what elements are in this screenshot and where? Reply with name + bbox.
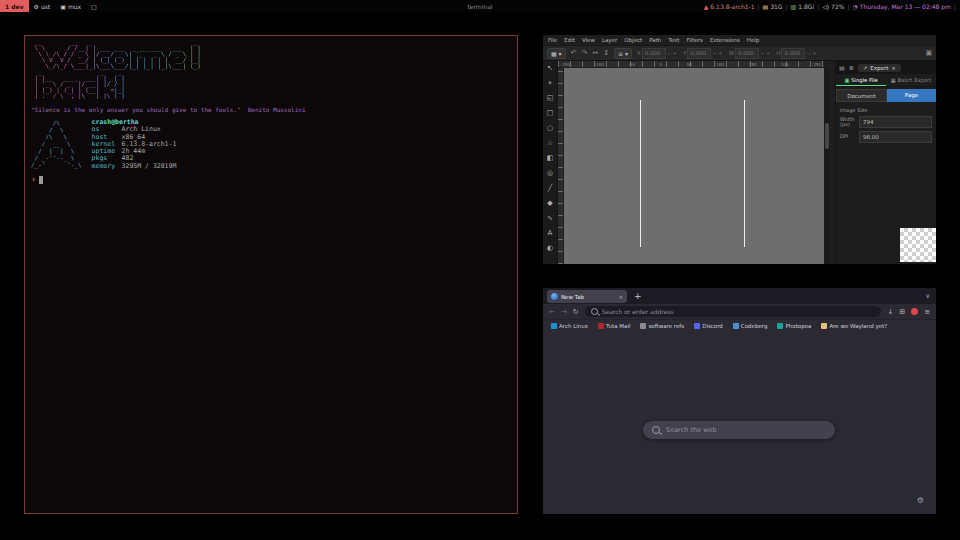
web-search-input[interactable] — [666, 426, 826, 434]
coordinate-field[interactable]: X 0.000 −+ — [637, 48, 678, 59]
dialog-icon-a[interactable]: ▤ — [839, 64, 845, 71]
horizontal-ruler[interactable]: -150-100-50050100150200250 — [558, 61, 824, 68]
menu-item[interactable]: Help — [747, 37, 760, 43]
shell-prompt[interactable]: › — [31, 175, 43, 184]
ruler-tick: -50 — [628, 61, 635, 68]
new-tab-button[interactable]: + — [634, 290, 642, 302]
forward-button[interactable]: → — [561, 308, 567, 316]
tool-button[interactable]: ↖ — [544, 63, 557, 74]
rotate-cw-icon[interactable]: ↷ — [581, 49, 587, 57]
reload-button[interactable]: ↻ — [573, 308, 579, 316]
drawing-canvas[interactable] — [564, 68, 824, 264]
list-all-tabs-chevron-icon[interactable]: ∨ — [926, 292, 930, 299]
menu-item[interactable]: Extensions — [710, 37, 740, 43]
close-icon[interactable]: × — [891, 65, 896, 71]
dpi-field-row: DPI 96.00 — [840, 131, 932, 143]
coordinate-field[interactable]: H 0.000 −+ — [776, 48, 817, 59]
flip-vertical-icon[interactable]: ↕ — [603, 49, 609, 57]
bookmark-item[interactable]: Codeberg — [733, 323, 768, 329]
rotate-ccw-icon[interactable]: ↶ — [571, 49, 577, 57]
tool-button[interactable]: ☆ — [544, 138, 557, 149]
document-button[interactable]: Document — [836, 89, 887, 102]
web-search-box[interactable] — [643, 421, 835, 439]
volume-segment[interactable]: ◁) 72% — [822, 3, 844, 10]
tool-button[interactable]: ○ — [544, 123, 557, 134]
memory-segment: ▥ 1.8Gi — [791, 3, 815, 10]
url-bar[interactable] — [585, 306, 882, 317]
align-dropdown[interactable]: ≡ ▾ — [614, 48, 632, 59]
ruler-tick: 250 — [813, 61, 821, 68]
menu-button[interactable]: ≡ — [924, 308, 930, 316]
tool-button[interactable]: ◱ — [544, 93, 557, 104]
tab-bar: New Tab × + ∨ — [543, 288, 936, 304]
dialog-icon-b[interactable]: ≣ — [849, 64, 854, 71]
bookmark-item[interactable]: Arch Linux — [551, 323, 588, 329]
menu-item[interactable]: Filters — [686, 37, 703, 43]
new-tab-page: ⚙ — [543, 331, 936, 514]
menu-item[interactable]: Text — [668, 37, 679, 43]
tool-options-bar: ▦ ▾ ↶ ↷ ↔ ↕ ≡ ▾ X 0.000 −+ Y 0.000 — [543, 45, 936, 61]
menu-item[interactable]: View — [582, 37, 595, 43]
downloads-button[interactable]: ↓ — [887, 308, 893, 316]
bookmark-item[interactable]: Are we Wayland yet? — [821, 323, 887, 329]
tool-button[interactable]: ⌖ — [544, 78, 557, 89]
ruler-tick: -100 — [595, 61, 604, 68]
tool-button[interactable]: ◎ — [544, 168, 557, 179]
fortune-quote: "Silence is the only answer you should g… — [31, 106, 306, 113]
tool-button[interactable]: ◐ — [544, 243, 557, 254]
width-label: Width (px) — [840, 117, 856, 128]
width-input[interactable]: 794 — [859, 116, 932, 128]
tab-close-icon[interactable]: × — [618, 294, 623, 300]
single-file-tab[interactable]: ▣ Single File — [836, 74, 886, 86]
tool-button[interactable]: ◧ — [544, 153, 557, 164]
ruler-tick: 50 — [687, 61, 692, 68]
separator: | — [954, 3, 956, 10]
flip-horizontal-icon[interactable]: ↔ — [592, 49, 598, 57]
bookmark-item[interactable]: Tuta Mail — [598, 323, 630, 329]
export-dialog-tab[interactable]: ↗ Export × — [858, 64, 901, 72]
canvas-vertical-scrollbar[interactable] — [824, 68, 830, 264]
status-segments: ▲ 6.13.8-arch1-1 | ▤ 31G | ▥ 1.8Gi | ◁) … — [704, 3, 960, 10]
ublock-extension-icon[interactable] — [911, 308, 918, 315]
coordinate-field[interactable]: W 0.000 −+ — [729, 48, 772, 59]
menu-item[interactable]: Path — [649, 37, 661, 43]
tool-button[interactable]: ╱ — [544, 183, 557, 194]
bookmark-favicon — [551, 323, 557, 329]
tool-button[interactable]: ∿ — [544, 213, 557, 224]
page-button[interactable]: Page — [887, 89, 936, 102]
terminal-window[interactable]: __ __ _ _ \ \ / /__| | ___ ___ _ __ ___ … — [24, 35, 518, 514]
page-border-left — [640, 100, 641, 247]
scrollbar-thumb[interactable] — [825, 123, 829, 149]
coordinate-field[interactable]: Y 0.000 −+ — [683, 48, 724, 59]
batch-export-tab[interactable]: ▦ Batch Export — [886, 74, 936, 86]
bookmark-item[interactable]: software refs — [640, 323, 684, 329]
ruler-tick: 200 — [781, 61, 789, 68]
tool-button[interactable]: □ — [544, 108, 557, 119]
back-button[interactable]: ← — [549, 308, 555, 316]
export-tab-label: Export — [870, 65, 888, 71]
dpi-label: DPI — [840, 134, 856, 140]
bookmark-item[interactable]: Photopea — [777, 323, 811, 329]
tool-button[interactable]: A — [544, 228, 557, 239]
menu-item[interactable]: Object — [624, 37, 642, 43]
bookmark-favicon — [821, 323, 827, 329]
ruler-tick: 0 — [660, 61, 663, 68]
selection-mode-dropdown[interactable]: ▦ ▾ — [547, 48, 566, 59]
extensions-button[interactable]: ⊞ — [899, 308, 905, 316]
page-settings-gear-icon[interactable]: ⚙ — [917, 496, 924, 505]
bookmark-favicon — [640, 323, 646, 329]
bookmark-favicon — [733, 323, 739, 329]
bookmark-favicon — [694, 323, 700, 329]
dpi-input[interactable]: 96.00 — [859, 131, 932, 143]
lock-ratio-icon[interactable]: ▣ — [925, 49, 932, 57]
toolbox: ↖ ⌖ ◱ □ ○ ☆ ◧ ◎ ╱ ◆ — [543, 61, 558, 264]
browser-window: New Tab × + ∨ ← → ↻ ↓ ⊞ ≡ Arch Linux — [543, 288, 936, 514]
menu-item[interactable]: File — [548, 37, 557, 43]
menu-item[interactable]: Layer — [602, 37, 617, 43]
tool-button[interactable]: ◆ — [544, 198, 557, 209]
active-tab[interactable]: New Tab × — [547, 290, 627, 303]
status-bar: 1 dev ⚙ ust ▣ mux □ terminal ▲ 6.13.8-ar… — [0, 0, 960, 12]
url-input[interactable] — [602, 308, 876, 315]
bookmark-item[interactable]: Discord — [694, 323, 723, 329]
menu-item[interactable]: Edit — [564, 37, 575, 43]
